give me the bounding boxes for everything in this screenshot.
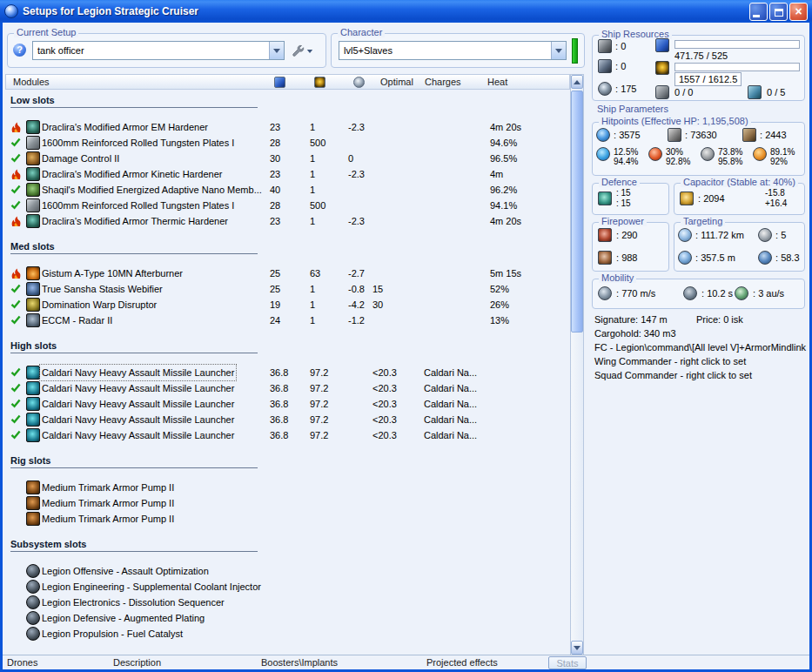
module-row[interactable]: Domination Warp Disruptor191-4.23026% <box>5 297 570 312</box>
module-row[interactable]: Caldari Navy Heavy Assault Missile Launc… <box>5 380 570 396</box>
launcher-icon <box>26 413 40 427</box>
column-charges[interactable]: Charges <box>425 77 461 87</box>
module-row[interactable]: Caldari Navy Heavy Assault Missile Launc… <box>5 365 570 380</box>
scroll-up-button[interactable] <box>571 75 583 89</box>
stats-button[interactable]: Stats <box>548 656 587 669</box>
warp-speed-icon <box>735 286 748 300</box>
module-row[interactable]: Draclira's Modified Armor EM Hardener231… <box>5 119 570 135</box>
character-combobox-dropdown[interactable] <box>551 42 566 59</box>
module-heat-value: 96.2% <box>490 182 517 198</box>
max-targets-value: 5 <box>775 230 786 241</box>
module-name: 1600mm Reinforced Rolled Tungsten Plates… <box>42 198 234 213</box>
subsystem-icon <box>26 611 40 625</box>
resist-values: 73.8%95.8% <box>718 147 742 166</box>
capacitor-column-icon[interactable] <box>353 77 365 88</box>
hardener-icon <box>26 214 40 228</box>
column-optimal[interactable]: Optimal <box>380 77 413 87</box>
module-optimal-value: <20.3 <box>372 427 397 443</box>
module-row[interactable]: Caldari Navy Heavy Assault Missile Launc… <box>5 427 570 443</box>
rig-icon <box>26 496 40 510</box>
targeting-group: Targeting 111.72 km 5 357.5 m 58.3 <box>674 222 805 272</box>
ship-resources-group: Ship Resources 0 0 175 471.75 / 525 1557… <box>592 35 805 101</box>
slot-section-title: Subsystem slots <box>10 539 258 552</box>
shield-hp-value: 3575 <box>614 130 641 141</box>
module-row[interactable]: Medium Trimark Armor Pump II <box>5 511 570 527</box>
column-heat[interactable]: Heat <box>487 77 507 87</box>
help-icon[interactable]: ? <box>13 44 26 57</box>
module-row[interactable]: ECCM - Radar II241-1.213% <box>5 312 570 328</box>
module-name: Legion Defensive - Augmented Plating <box>42 610 205 626</box>
module-name: Medium Trimark Armor Pump II <box>42 480 174 495</box>
module-row[interactable]: Legion Electronics - Dissolution Sequenc… <box>5 595 570 610</box>
module-row[interactable]: 1600mm Reinforced Rolled Tungsten Plates… <box>5 135 570 151</box>
resist-values: 30%92.8% <box>666 147 690 166</box>
minimize-button[interactable] <box>749 3 768 21</box>
fitted-check-icon <box>10 299 23 311</box>
hitpoints-group: Hitpoints (Effective HP: 1,195,508) 3575… <box>592 122 805 176</box>
setup-tools-button[interactable] <box>291 42 322 59</box>
defence-bottom-value: 15 <box>616 198 631 209</box>
cpu-usage-bar <box>674 40 800 49</box>
module-row[interactable]: Gistum A-Type 10MN Afterburner2563-2.75m… <box>5 265 570 281</box>
module-cpu-value: 36.8 <box>270 427 288 443</box>
maximize-button[interactable] <box>769 3 788 21</box>
drone-bandwidth-value: 0 / 5 <box>767 87 785 98</box>
capacitor-label: Capacitor (Stable at: 40%) <box>681 177 798 187</box>
module-row[interactable]: Legion Propulsion - Fuel Catalyst <box>5 626 570 642</box>
powergrid-column-icon[interactable] <box>314 77 325 88</box>
wing-commander-text[interactable]: Wing Commander - right click to set <box>594 356 746 366</box>
module-pg-value: 1 <box>310 213 315 229</box>
module-row[interactable]: Medium Trimark Armor Pump II <box>5 495 570 511</box>
cpu-column-icon[interactable] <box>274 77 285 88</box>
firepower-label: Firepower <box>599 216 647 226</box>
vertical-scrollbar[interactable] <box>570 74 584 655</box>
module-heat-value: 26% <box>490 297 509 312</box>
thermal-resist-icon <box>648 147 662 161</box>
character-combobox[interactable]: lvl5+Slaves <box>339 41 567 60</box>
module-row[interactable]: Caldari Navy Heavy Assault Missile Launc… <box>5 396 570 412</box>
tab-projected-effects[interactable]: Projected effects <box>426 657 498 668</box>
powergrid-icon <box>655 61 669 75</box>
tab-drones[interactable]: Drones <box>7 657 37 668</box>
module-row[interactable]: Medium Trimark Armor Pump II <box>5 480 570 495</box>
setup-combobox-dropdown[interactable] <box>269 42 284 59</box>
character-combobox-value: lvl5+Slaves <box>339 45 551 56</box>
close-button[interactable]: × <box>789 3 808 21</box>
launcher-icon <box>26 366 40 380</box>
status-none <box>10 566 23 577</box>
powergrid-usage-bar <box>674 63 800 71</box>
column-modules[interactable]: Modules <box>13 77 50 87</box>
scrollbar-thumb[interactable] <box>571 91 583 333</box>
module-name: Legion Propulsion - Fuel Catalyst <box>42 626 183 642</box>
module-row[interactable]: Draclira's Modified Armor Kinetic Harden… <box>5 166 570 182</box>
character-group: Character lvl5+Slaves <box>331 33 585 68</box>
squad-commander-text[interactable]: Squad Commander - right click to set <box>594 370 752 380</box>
module-cap-value: -0.8 <box>348 281 365 297</box>
module-pg-value: 97.2 <box>310 427 328 443</box>
setup-combobox[interactable]: tank officer <box>32 41 285 60</box>
module-row[interactable]: Legion Engineering - Supplemental Coolan… <box>5 579 570 595</box>
targeting-range-icon <box>678 228 692 242</box>
module-row[interactable]: Legion Offensive - Assault Optimization <box>5 563 570 579</box>
status-none <box>10 628 23 640</box>
tab-boosters-implants[interactable]: Boosters\Implants <box>261 657 338 668</box>
shield-hp-icon <box>596 128 610 142</box>
module-heat-value: 4m <box>490 166 503 182</box>
module-heat-value: 13% <box>490 312 509 328</box>
scroll-down-button[interactable] <box>571 641 583 655</box>
targeting-label: Targeting <box>681 216 725 226</box>
overheated-flames-icon <box>10 122 23 133</box>
subsystem-icon <box>26 580 40 594</box>
module-optimal-value: 30 <box>372 297 383 312</box>
module-row[interactable]: Shaqil's Modified Energized Adaptive Nan… <box>5 182 570 198</box>
arrow-down-icon <box>574 646 580 654</box>
module-row[interactable]: Legion Defensive - Augmented Plating <box>5 610 570 626</box>
tab-description[interactable]: Description <box>113 657 161 668</box>
module-row[interactable]: True Sansha Stasis Webifier251-0.81552% <box>5 281 570 297</box>
module-row[interactable]: Damage Control II301096.5% <box>5 151 570 166</box>
module-row[interactable]: 1600mm Reinforced Rolled Tungsten Plates… <box>5 198 570 213</box>
module-row[interactable]: Draclira's Modified Armor Thermic Harden… <box>5 213 570 229</box>
module-row[interactable]: Caldari Navy Heavy Assault Missile Launc… <box>5 412 570 427</box>
price-text: Price: 0 isk <box>696 314 743 325</box>
modules-table-header: Modules Optimal Charges Heat <box>5 74 570 90</box>
